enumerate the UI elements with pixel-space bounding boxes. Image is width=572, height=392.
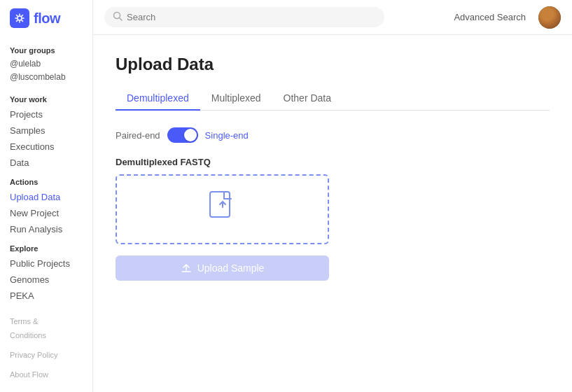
topbar-right: Advanced Search [448, 6, 561, 29]
footer-terms[interactable]: Terms & Conditions [10, 312, 83, 346]
upload-section-label: Demultiplexed FASTQ [116, 157, 550, 167]
advanced-search-button[interactable]: Advanced Search [448, 9, 531, 25]
explore-label: Explore [0, 237, 92, 255]
main-panel: Advanced Search Upload Data Demultiplexe… [93, 0, 572, 392]
sidebar-item-peka[interactable]: PEKA [0, 288, 92, 304]
upload-sample-label: Upload Sample [197, 262, 265, 274]
sidebar-item-executions[interactable]: Executions [0, 139, 92, 155]
actions-label: Actions [0, 171, 92, 189]
sidebar-item-genomes[interactable]: Genomes [0, 272, 92, 288]
sidebar-item-new-project[interactable]: New Project [0, 205, 92, 221]
your-work-label: Your work [0, 88, 92, 106]
svg-point-0 [18, 16, 22, 20]
avatar[interactable] [538, 6, 561, 29]
search-input[interactable] [127, 12, 376, 22]
group-1: @ulelab [10, 57, 83, 71]
group-2: @luscombelab [10, 71, 83, 84]
sidebar-item-run-analysis[interactable]: Run Analysis [0, 221, 92, 237]
footer-privacy[interactable]: Privacy Policy [10, 346, 83, 365]
tab-demultiplexed[interactable]: Demultiplexed [116, 87, 200, 111]
logo-text: flow [34, 10, 60, 27]
sidebar-item-data[interactable]: Data [0, 155, 92, 171]
page-title: Upload Data [116, 55, 550, 74]
paired-end-label: Paired-end [116, 130, 160, 141]
sidebar-item-upload-data[interactable]: Upload Data [0, 189, 92, 205]
sidebar: flow Your groups @ulelab @luscombelab Yo… [0, 0, 93, 392]
sidebar-footer: Terms & Conditions Privacy Policy About … [0, 304, 92, 392]
search-box[interactable] [104, 7, 384, 27]
upload-sample-button[interactable]: Upload Sample [116, 255, 329, 281]
sidebar-item-public-projects[interactable]: Public Projects [0, 255, 92, 272]
toggle-row: Paired-end Single-end [116, 127, 550, 143]
groups-section-label: Your groups [0, 39, 92, 57]
tab-other-data[interactable]: Other Data [272, 87, 342, 111]
dropzone[interactable] [116, 174, 329, 244]
topbar: Advanced Search [93, 0, 572, 35]
single-end-label: Single-end [205, 130, 249, 141]
end-type-toggle[interactable] [167, 127, 198, 143]
footer-about[interactable]: About Flow [10, 365, 83, 385]
groups-info: @ulelab @luscombelab [0, 57, 92, 88]
toggle-thumb [184, 129, 197, 141]
tabs: Demultiplexed Multiplexed Other Data [116, 87, 550, 111]
sidebar-item-projects[interactable]: Projects [0, 106, 92, 122]
content-area: Upload Data Demultiplexed Multiplexed Ot… [93, 35, 572, 392]
sidebar-item-samples[interactable]: Samples [0, 122, 92, 139]
avatar-image [538, 6, 561, 29]
search-icon [113, 11, 123, 23]
upload-file-icon [209, 190, 237, 229]
tab-multiplexed[interactable]: Multiplexed [200, 87, 272, 111]
logo[interactable]: flow [0, 8, 92, 39]
logo-icon [10, 8, 29, 28]
